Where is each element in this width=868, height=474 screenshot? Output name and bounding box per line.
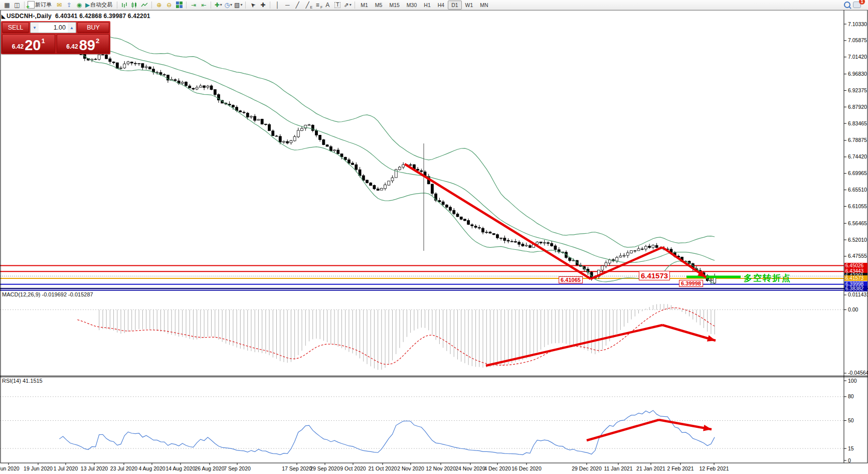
price-tick: 7.05875 — [848, 37, 867, 43]
autotrading-button[interactable]: ▶ 自动交易 — [84, 1, 115, 10]
timeframe-H4[interactable]: H4 — [434, 1, 448, 10]
rsi-tick: 80 — [848, 393, 854, 399]
signals-icon[interactable]: ◉ — [74, 1, 84, 10]
price-tick: 6.78875 — [848, 137, 867, 143]
channel-icon[interactable]: ╱E — [302, 1, 312, 10]
line-chart-icon[interactable] — [139, 1, 149, 10]
date-tick: 21 Jan 2021 — [636, 465, 665, 471]
toolbar: ▦ ◫ + 新订单 ✉ ⇪ ◉ ▶ 自动交易 ⊕ ⊖ ⇥ ⇤ ✚▾ ◷▾ ▧▾ … — [0, 0, 868, 10]
macd-label: MACD(12,26,9) -0.019692 -0.015287 — [2, 291, 93, 297]
indicators-dropdown[interactable]: ✚▾ — [213, 1, 223, 10]
axis-price-tag-6.38382: 6.38382 — [844, 286, 867, 291]
date-tick: 14 Aug 2020 — [166, 465, 196, 471]
timeframe-H1[interactable]: H1 — [420, 1, 434, 10]
window-icon: ◣ — [2, 14, 6, 19]
volume-stepper: ▼ 1.00 ▲ — [30, 22, 76, 33]
mt4-window: 7.103307.058757.014206.968306.923756.879… — [0, 0, 868, 474]
horizontal-line-icon[interactable]: ─ — [282, 1, 292, 10]
price-tick: 6.96830 — [848, 71, 867, 77]
ohlc-values: 6.40341 6.42868 6.39987 6.42201 — [55, 13, 150, 20]
volume-down-button[interactable]: ▼ — [31, 23, 39, 33]
chart-title: ◣USDCNH-,Daily 6.40341 6.42868 6.39987 6… — [2, 13, 150, 20]
arrows-tool-dropdown[interactable]: ⇗▾ — [342, 1, 353, 10]
mail-icon[interactable]: ✉ — [54, 1, 64, 10]
separator — [211, 2, 211, 9]
timeframe-W1[interactable]: W1 — [462, 1, 477, 10]
chart-shift-icon[interactable]: ⇤ — [199, 1, 209, 10]
price-tick: 6.87920 — [848, 104, 867, 110]
price-tick: 6.61055 — [848, 203, 867, 209]
separator — [355, 2, 355, 9]
axis-price-tag-6.45026: 6.45026 — [844, 263, 867, 268]
profiles-icon[interactable]: ◫ — [12, 1, 22, 10]
macd-max-tick: 0.011431 — [848, 291, 868, 297]
tile-windows-icon[interactable] — [174, 1, 184, 10]
volume-up-button[interactable]: ▲ — [68, 23, 76, 33]
sell-button[interactable]: SELL — [2, 22, 29, 33]
price-tick: 7.10330 — [848, 21, 867, 27]
price-tick: 6.52010 — [848, 237, 867, 243]
chart-canvas[interactable]: 7.103307.058757.014206.968306.923756.879… — [0, 0, 868, 474]
separator — [24, 2, 25, 9]
periods-dropdown[interactable]: ◷▾ — [223, 1, 233, 10]
date-tick: 4 Dec 2020 — [484, 465, 511, 471]
crosshair-icon[interactable]: ✚ — [258, 1, 268, 10]
rsi-tick: 50 — [848, 417, 854, 423]
date-tick: 9 Oct 2020 — [340, 465, 366, 471]
zoom-in-icon[interactable]: ⊕ — [154, 1, 164, 10]
vertical-line-icon[interactable]: │ — [272, 1, 282, 10]
cursor-icon[interactable]: ➤ — [248, 1, 258, 10]
templates-dropdown[interactable]: ▧▾ — [233, 1, 243, 10]
turning-point-label: 多空转折点 — [744, 272, 791, 284]
timeframe-M15[interactable]: M15 — [386, 1, 403, 10]
volume-value[interactable]: 1.00 — [39, 23, 68, 33]
timeframe-M30[interactable]: M30 — [403, 1, 420, 10]
text-tool-icon[interactable]: A — [322, 1, 332, 10]
separator — [245, 2, 246, 9]
fibonacci-icon[interactable]: ≡F — [312, 1, 322, 10]
rsi-label: RSI(14) 41.1515 — [2, 378, 43, 384]
trendline-icon[interactable]: ╱ — [292, 1, 302, 10]
macd-min-tick: -0.045644 — [848, 370, 868, 376]
separator — [151, 2, 152, 9]
axis-price-tag-6.41573: 6.41573 — [844, 275, 867, 281]
zoom-out-icon[interactable]: ⊖ — [164, 1, 174, 10]
buy-price-button[interactable]: 6.42892 — [57, 34, 110, 53]
price-tick: 6.83465 — [848, 120, 867, 126]
macd-zero-tick: 0.00 — [848, 306, 858, 312]
sell-price-button[interactable]: 6.42201 — [2, 34, 55, 53]
date-tick: 16 Dec 2020 — [511, 465, 542, 471]
timeframe-M1[interactable]: M1 — [357, 1, 372, 10]
date-tick: 4 Aug 2020 — [138, 465, 165, 471]
date-tick: 19 Jun 2020 — [24, 465, 53, 471]
timeframe-D1[interactable]: D1 — [448, 1, 461, 10]
timeframe-M5[interactable]: M5 — [372, 1, 386, 10]
autotrading-icon: ▶ — [85, 2, 90, 8]
price-tick: 6.74420 — [848, 153, 867, 160]
date-tick: 24 Nov 2020 — [455, 465, 485, 471]
timeframe-MN[interactable]: MN — [476, 1, 491, 10]
date-tick: 13 Jul 2020 — [81, 465, 108, 471]
publish-icon[interactable]: ⇪ — [64, 1, 74, 10]
date-tick: 11 Jan 2021 — [604, 465, 632, 471]
bar-chart-icon[interactable] — [119, 1, 129, 10]
auto-scroll-icon[interactable]: ⇥ — [189, 1, 199, 10]
buy-button[interactable]: BUY — [77, 22, 109, 33]
price-annotation-6.39998[interactable]: 6.39998 — [679, 280, 703, 287]
price-tick: 6.56465 — [848, 220, 867, 226]
new-order-icon: + — [28, 1, 35, 9]
date-tick: 2 Feb 2021 — [667, 465, 693, 471]
price-annotation-6.41573[interactable]: 6.41573 — [639, 271, 670, 280]
rsi-tick: 100 — [848, 378, 857, 384]
date-tick: 29 Sep 2020 — [310, 465, 340, 471]
price-tick: 6.47555 — [848, 253, 867, 259]
chat-icon[interactable]: 1 — [852, 1, 862, 10]
price-tick: 6.69965 — [848, 170, 867, 176]
rsi-tick: 0 — [848, 457, 851, 463]
candlestick-icon[interactable] — [129, 1, 139, 10]
new-chart-icon[interactable]: ▦ — [2, 1, 12, 10]
price-annotation-6.41065[interactable]: 6.41065 — [559, 276, 583, 283]
search-icon[interactable] — [842, 1, 852, 10]
label-tool-icon[interactable]: T — [332, 1, 342, 10]
new-order-button[interactable]: + 新订单 — [27, 1, 54, 10]
